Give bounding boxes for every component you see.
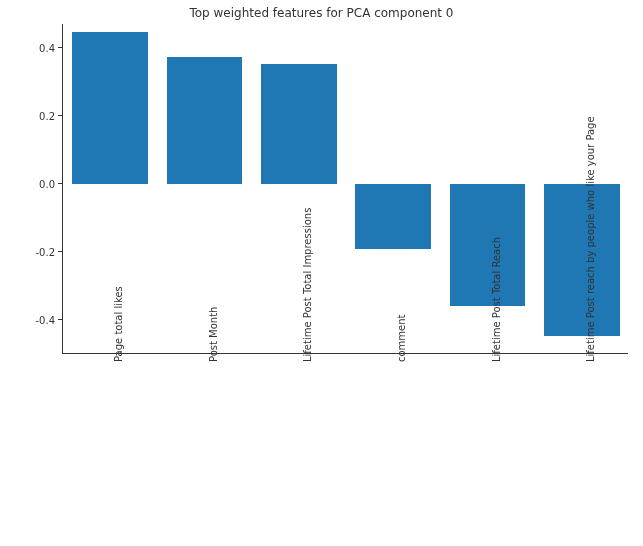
xtick-label: Lifetime Post reach by people who like y… — [585, 116, 596, 362]
ytick-label: 0.0 — [39, 178, 55, 189]
bar — [261, 64, 336, 184]
ytick-mark — [58, 115, 63, 116]
bar — [544, 184, 619, 336]
plot-area: -0.4-0.20.00.20.4 — [62, 24, 628, 354]
bars-container — [63, 24, 628, 353]
xtick-label: Lifetime Post Total Impressions — [302, 208, 313, 362]
ytick-mark — [58, 183, 63, 184]
ytick-label: 0.2 — [39, 110, 55, 121]
xtick-label: comment — [396, 314, 407, 362]
ytick-label: -0.4 — [35, 314, 55, 325]
figure: Top weighted features for PCA component … — [0, 0, 643, 546]
xtick-label: Post Month — [208, 307, 219, 362]
bar — [72, 32, 147, 184]
xtick-label: Lifetime Post Total Reach — [491, 237, 502, 362]
ytick-mark — [58, 251, 63, 252]
bar — [167, 57, 242, 184]
ytick-label: -0.2 — [35, 246, 55, 257]
ytick-label: 0.4 — [39, 42, 55, 53]
ytick-mark — [58, 319, 63, 320]
xtick-label: Page total likes — [113, 286, 124, 362]
ytick-mark — [58, 47, 63, 48]
chart-title: Top weighted features for PCA component … — [0, 6, 643, 20]
bar — [450, 184, 525, 306]
bar — [355, 184, 430, 249]
